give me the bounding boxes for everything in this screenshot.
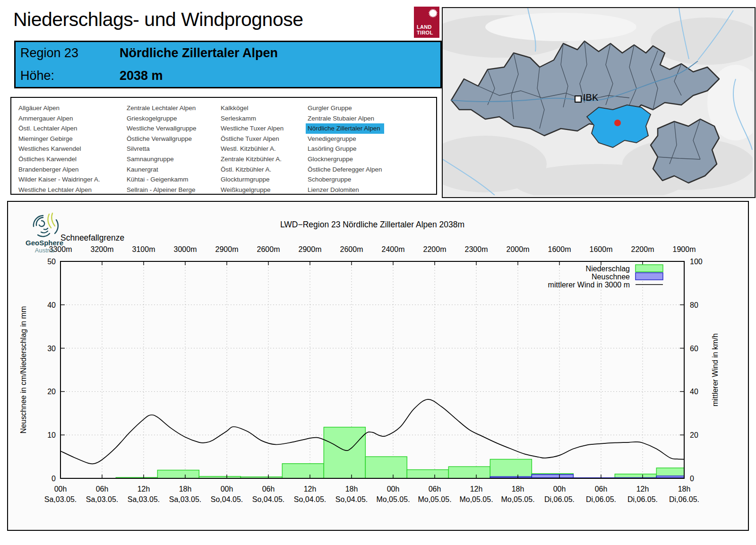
chart-title: LWD−Region 23 Nördliche Zillertaler Alpe… (280, 220, 464, 229)
region-list-item[interactable]: Östl. Kitzbühler A. (219, 164, 285, 175)
geosphere-name: GeoSphere (26, 239, 63, 247)
precipitation-bar (324, 427, 365, 478)
region-list-item[interactable]: Serleskamm (219, 113, 285, 124)
region-list-item[interactable]: Zentrale Stubaier Alpen (306, 113, 384, 124)
x-tick-time: 18h (678, 485, 691, 493)
region-list-item[interactable]: Östliches Karwendel (17, 154, 102, 164)
x-tick-date: So,04.05. (252, 495, 285, 503)
y-tick-label-left: 30 (47, 345, 56, 353)
region-list-item[interactable]: Westliche Verwallgruppe (125, 123, 198, 134)
x-tick-time: 00h (553, 485, 566, 493)
snowline-value: 1600m (590, 245, 613, 253)
y-tick-label-left: 40 (47, 301, 56, 309)
altitude-label: Höhe: (20, 69, 120, 83)
snowline-value: 3100m (132, 245, 155, 253)
region-list: Allgäuer AlpenAmmergauer AlpenÖstl. Lech… (10, 97, 437, 195)
region-list-item[interactable]: Lasörling Gruppe (306, 144, 384, 154)
region-list-item[interactable]: Westl. Kitzbühler A. (219, 144, 285, 154)
snowline-value: 2200m (631, 245, 654, 253)
x-tick-time: 12h (137, 485, 150, 493)
region-list-item[interactable]: Östliche Deferegger Alpen (306, 164, 384, 175)
region-list-column: Gurgler GruppeZentrale Stubaier AlpenNör… (306, 103, 384, 195)
forecast-chart-panel: GeoSphere Austria 0102030405002040608010… (7, 201, 749, 531)
region-list-item[interactable]: Kalkkögel (219, 103, 285, 113)
snowline-value: 1600m (548, 245, 571, 253)
x-tick-time: 06h (262, 485, 275, 493)
map-canvas: IBK (443, 8, 753, 195)
snowline-value: 2400m (382, 245, 405, 253)
x-tick-date: Di,06.05. (586, 495, 616, 503)
region-point-marker (614, 120, 621, 126)
x-tick-date: Sa,03.05. (169, 495, 202, 503)
legend-label: Neuschnee (592, 273, 630, 281)
snowline-value: 2300m (465, 245, 488, 253)
legend-label: Niederschlag (586, 265, 630, 273)
region-list-item[interactable]: Weißkugelgruppe (219, 185, 285, 195)
x-tick-date: So,04.05. (335, 495, 368, 503)
region-list-item[interactable]: Schobergruppe (306, 174, 384, 185)
y-tick-label-left: 0 (52, 475, 56, 483)
x-tick-time: 06h (429, 485, 441, 493)
region-list-item[interactable]: Ammergauer Alpen (17, 113, 102, 124)
precipitation-bar (365, 457, 407, 478)
y-tick-label-right: 60 (690, 345, 698, 353)
region-number-label: Region 23 (20, 46, 120, 61)
y-tick-label-right: 80 (690, 301, 698, 309)
region-list-column: Zentrale Lechtaler AlpenGrieskogelgruppe… (125, 103, 198, 195)
x-tick-date: Mo,05.05. (376, 495, 410, 503)
y-axis-label-left: Neuschnee in cm/Niederschlag in mm (19, 306, 27, 433)
region-list-item[interactable]: Westliche Lechtaler Alpen (17, 185, 102, 195)
snowline-value: 2600m (257, 245, 280, 253)
region-list-item[interactable]: Allgäuer Alpen (17, 103, 102, 113)
region-list-item[interactable]: Zentrale Kitzbühler A. (219, 154, 285, 164)
region-header-box: Region 23 Nördliche Zillertaler Alpen Hö… (14, 41, 442, 88)
plot-area (60, 261, 684, 478)
region-list-item[interactable]: Glocknergruppe (306, 154, 384, 164)
region-list-item[interactable]: Lienzer Dolomiten (306, 185, 384, 195)
region-list-item[interactable]: Nördliche Zillertaler Alpen (306, 123, 384, 134)
region-list-item[interactable]: Östl. Lechtaler Alpen (17, 123, 102, 134)
y-tick-label-right: 40 (690, 388, 698, 396)
region-list-column: KalkkögelSerleskammWestliche Tuxer Alpen… (219, 103, 285, 195)
tirol-map: IBK (442, 7, 756, 198)
x-tick-time: 18h (512, 485, 524, 493)
x-tick-date: So,04.05. (294, 495, 326, 503)
y-tick-label-right: 100 (690, 258, 703, 266)
geosphere-swirl-accent (48, 213, 55, 228)
region-list-item[interactable]: Glockturmgruppe (219, 174, 285, 185)
region-list-item[interactable]: Samnaungruppe (125, 154, 198, 164)
forecast-page: Niederschlags- und Windprognose LAND TIR… (0, 0, 756, 545)
region-list-item[interactable]: Westliches Karwendel (17, 144, 102, 154)
x-tick-time: 00h (221, 485, 233, 493)
region-list-item[interactable]: Kaunergrat (125, 164, 198, 175)
y-tick-label-right: 20 (690, 431, 698, 439)
region-list-item[interactable]: Brandenberger Alpen (17, 164, 102, 175)
x-tick-time: 00h (54, 485, 67, 493)
page-title: Niederschlags- und Windprognose (13, 9, 303, 31)
region-list-item[interactable]: Kühtai - Geigenkamm (125, 174, 198, 185)
region-list-item[interactable]: Venedigergruppe (306, 134, 384, 144)
x-tick-time: 06h (595, 485, 608, 493)
x-tick-time: 12h (304, 485, 317, 493)
geosphere-sub: Austria (35, 247, 54, 254)
region-list-item[interactable]: Sellrain - Alpeiner Berge (125, 185, 198, 195)
region-list-item[interactable]: Grieskogelgruppe (125, 113, 198, 124)
land-tirol-logo: LAND TIROL (414, 7, 439, 38)
legend-label: mittlerer Wind in 3000 m (548, 281, 630, 289)
region-list-item[interactable]: Östliche Tuxer Alpen (219, 134, 285, 144)
forecast-chart: 0102030405002040608010000hSa,03.05.06hSa… (8, 202, 746, 528)
precipitation-bar (157, 470, 199, 478)
region-list-item[interactable]: Westliche Tuxer Alpen (219, 123, 285, 134)
region-list-column: Allgäuer AlpenAmmergauer AlpenÖstl. Lech… (17, 103, 102, 195)
region-list-item[interactable]: Mieminger Gebirge (17, 134, 102, 144)
x-tick-date: Mo,05.05. (501, 495, 534, 503)
tirol-logo-line2: TIROL (417, 30, 433, 35)
legend-swatch (636, 265, 663, 272)
region-list-item[interactable]: Wilder Kaiser - Waidringer A. (17, 174, 102, 185)
region-list-item[interactable]: Silvretta (125, 144, 198, 154)
x-tick-date: Sa,03.05. (44, 495, 77, 503)
region-list-item[interactable]: Gurgler Gruppe (306, 103, 384, 113)
x-tick-time: 06h (96, 485, 109, 493)
region-list-item[interactable]: Östliche Verwallgruppe (125, 134, 198, 144)
region-list-item[interactable]: Zentrale Lechtaler Alpen (125, 103, 198, 113)
